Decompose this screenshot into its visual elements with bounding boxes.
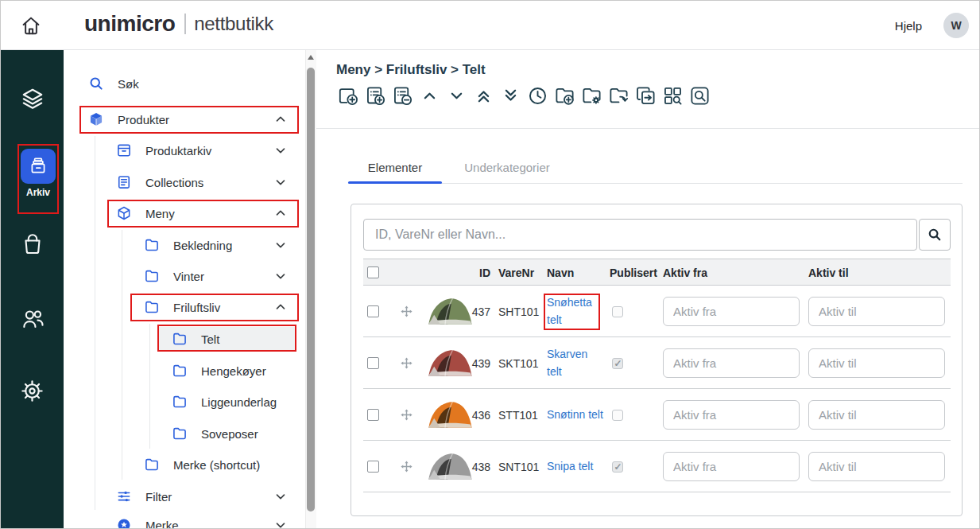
product-link[interactable]: Snipa telt (547, 458, 593, 476)
category-toolbar (338, 85, 711, 107)
aktiv-fra-input[interactable] (663, 348, 800, 378)
product-link[interactable]: Snøtinn telt (547, 406, 603, 424)
aktiv-til-input[interactable] (808, 452, 945, 481)
column-header-publisert: Publisert (610, 259, 657, 286)
menu-cube-icon (116, 205, 132, 221)
aktiv-til-input[interactable] (808, 348, 945, 378)
folder-settings-icon[interactable] (581, 85, 602, 107)
tree-item-soveposer[interactable]: Soveposer (172, 420, 258, 447)
add-list-item-icon[interactable] (365, 85, 386, 107)
drag-handle-icon[interactable] (400, 441, 413, 492)
tree-item-label: Telt (201, 333, 219, 346)
move-up-icon[interactable] (419, 85, 440, 107)
publisert-checkbox[interactable] (612, 306, 623, 317)
chevron-down-icon[interactable] (273, 518, 288, 529)
toolbar-divider (316, 128, 980, 129)
add-category-icon[interactable] (338, 85, 359, 107)
row-checkbox[interactable] (367, 357, 379, 369)
tab-underkategorier[interactable]: Underkategorier (458, 151, 556, 183)
tree-item-collections[interactable]: Collections (116, 169, 203, 196)
tree-item-bekledning[interactable]: Bekledning (144, 231, 232, 259)
help-link[interactable]: Hjelp (895, 19, 922, 33)
row-checkbox[interactable] (367, 461, 379, 473)
search-icon (927, 227, 943, 243)
tree-item-merke-shortcut[interactable]: Merke (shortcut) (144, 451, 260, 478)
chevron-down-icon[interactable] (273, 238, 288, 252)
active-tab-underline (348, 181, 442, 184)
scrollbar-up-arrow[interactable] (308, 55, 314, 60)
app-window: unimicro nettbutikk Hjelp W Arkiv (0, 0, 980, 529)
drag-handle-icon[interactable] (400, 286, 413, 337)
chevron-down-icon[interactable] (273, 143, 288, 158)
chevron-down-icon[interactable] (273, 175, 288, 189)
chevron-up-icon[interactable] (273, 112, 288, 126)
cell-id: 439 (467, 337, 490, 389)
tree-item-merke[interactable]: Merke (116, 511, 179, 529)
tree-item-vinter[interactable]: Vinter (144, 263, 204, 290)
column-header-id: ID (467, 259, 490, 286)
row-checkbox[interactable] (367, 409, 379, 421)
table-row: 438 SNT101 Snipa telt (363, 441, 951, 492)
move-to-bottom-icon[interactable] (500, 85, 521, 107)
drag-handle-icon[interactable] (400, 337, 413, 389)
tab-elementer[interactable]: Elementer (348, 151, 442, 183)
column-header-aktiv-til: Aktiv til (808, 259, 849, 286)
product-link[interactable]: Snøhetta telt (547, 294, 601, 329)
table-search-button[interactable] (919, 219, 951, 251)
column-header-navn: Navn (547, 259, 574, 286)
tree-item-produktarkiv[interactable]: Produktarkiv (116, 137, 211, 164)
gear-icon[interactable] (1, 379, 64, 403)
users-icon[interactable] (1, 306, 64, 332)
tree-item-friluftsliv[interactable]: Friluftsliv (144, 294, 220, 321)
aktiv-fra-input[interactable] (663, 400, 800, 430)
layers-icon[interactable] (1, 87, 64, 111)
tree-item-filter[interactable]: Filter (116, 483, 172, 510)
aktiv-fra-input[interactable] (663, 297, 800, 326)
scrollbar-thumb[interactable] (307, 68, 315, 511)
tree-item-meny[interactable]: Meny (116, 200, 175, 227)
tree-item-label: Soveposer (201, 427, 258, 441)
tree-item-label: Friluftsliv (173, 301, 220, 314)
brand-name: unimicro (84, 11, 175, 37)
tree-item-telt[interactable]: Telt (172, 325, 219, 352)
publisert-checkbox[interactable] (612, 358, 623, 369)
user-avatar[interactable]: W (943, 13, 969, 38)
chevron-down-icon[interactable] (273, 269, 288, 283)
copy-add-folder-icon[interactable] (554, 85, 575, 107)
tree-item-sok[interactable]: Søk (88, 70, 139, 97)
tree-item-liggeunderlag[interactable]: Liggeunderlag (172, 388, 277, 415)
move-folder-icon[interactable] (608, 85, 629, 107)
tree-item-produkter[interactable]: Produkter (88, 106, 169, 133)
folder-icon (144, 299, 160, 315)
aktiv-til-input[interactable] (808, 297, 945, 326)
package-icon (88, 111, 104, 127)
chevron-up-icon[interactable] (273, 300, 288, 314)
product-link[interactable]: Skarven telt (547, 346, 601, 380)
grid-search-icon[interactable] (662, 85, 684, 107)
search-preview-icon[interactable] (689, 85, 711, 107)
tree-item-hengekoyer[interactable]: Hengekøyer (172, 357, 266, 384)
tree-item-label: Hengekøyer (201, 364, 266, 378)
drag-handle-icon[interactable] (400, 389, 413, 441)
shopping-bag-icon[interactable] (1, 231, 64, 255)
publisert-checkbox[interactable] (612, 461, 623, 473)
brand-product: nettbutikk (194, 13, 273, 35)
home-icon[interactable] (19, 14, 43, 37)
row-checkbox[interactable] (367, 305, 379, 317)
tree-guide (95, 136, 95, 510)
move-down-icon[interactable] (446, 85, 467, 107)
chevron-down-icon[interactable] (273, 489, 288, 504)
remove-list-item-icon[interactable] (392, 85, 413, 107)
select-all-checkbox[interactable] (367, 266, 379, 278)
history-icon[interactable] (527, 85, 548, 107)
column-header-aktiv-fra: Aktiv fra (663, 259, 707, 286)
publisert-checkbox[interactable] (612, 410, 623, 421)
tree-item-label: Produkter (118, 113, 169, 126)
chevron-up-icon[interactable] (273, 206, 288, 220)
collections-icon (116, 174, 132, 190)
table-search-input[interactable] (363, 219, 917, 251)
export-folder-icon[interactable] (635, 85, 657, 107)
aktiv-til-input[interactable] (808, 400, 945, 430)
aktiv-fra-input[interactable] (663, 452, 800, 481)
move-to-top-icon[interactable] (473, 85, 494, 107)
